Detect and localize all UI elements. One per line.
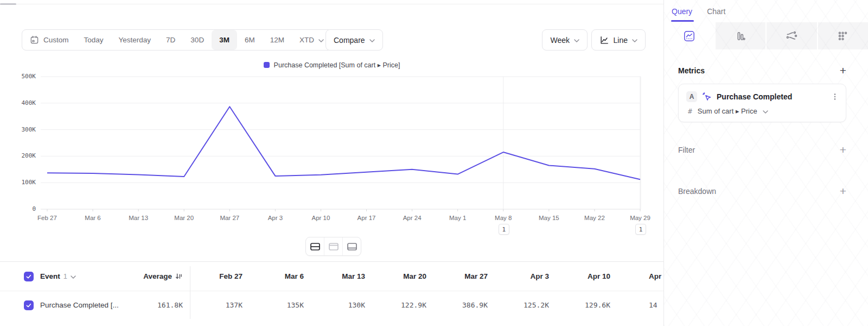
x-axis-tick: Apr 17	[345, 214, 388, 222]
select-all-checkbox[interactable]	[24, 272, 34, 281]
series-name: Purchase Completed [...	[40, 301, 140, 309]
average-label: Average	[143, 272, 172, 280]
granularity-label: Week	[550, 36, 570, 45]
average-column-header[interactable]: Average	[140, 272, 183, 280]
add-filter-button[interactable]: +	[840, 145, 846, 155]
tab-query[interactable]: Query	[672, 7, 692, 16]
date-column-header: Mar 27	[426, 272, 488, 280]
range-6m[interactable]: 6M	[237, 30, 263, 50]
chart-type-retention-icon[interactable]	[818, 22, 868, 49]
compare-button[interactable]: Compare	[326, 29, 383, 51]
cell-value: 137K	[183, 301, 242, 309]
metric-card[interactable]: A Purchase Completed # Sum of cart ▸ Pri…	[678, 84, 846, 122]
range-12m[interactable]: 12M	[263, 30, 292, 50]
chevron-down-icon	[71, 275, 76, 279]
add-metric-button[interactable]: +	[840, 65, 846, 76]
line-chart-icon	[599, 35, 609, 45]
x-axis-tick: Mar 13	[117, 214, 160, 222]
row-checkbox[interactable]	[24, 300, 34, 310]
range-today[interactable]: Today	[76, 30, 111, 50]
cell-value: 386.9K	[426, 301, 488, 309]
sidebar-tabs: Query Chart	[664, 0, 868, 22]
range-custom[interactable]: Custom	[22, 30, 76, 50]
y-axis-tick: 300K	[8, 126, 36, 134]
y-axis-tick: 500K	[8, 73, 36, 80]
x-axis-tick: May 15	[527, 214, 571, 222]
number-property-icon: #	[688, 107, 692, 115]
cell-value: 14	[610, 301, 672, 309]
range-30d[interactable]: 30D	[183, 30, 212, 50]
breakdown-title: Breakdown	[678, 187, 716, 196]
date-range-group: CustomTodayYesterday7D30D3M6M12MXTD	[22, 29, 332, 51]
date-column-header: Mar 13	[304, 272, 365, 280]
layout-toggle	[305, 237, 361, 256]
event-cursor-icon	[702, 92, 712, 102]
annotation-badge[interactable]: 1	[499, 224, 509, 235]
chart-type-button[interactable]: Line	[591, 29, 646, 51]
x-axis-tick: Mar 20	[162, 214, 206, 222]
top-divider	[0, 4, 663, 4]
calendar-icon	[30, 35, 39, 45]
date-column-header: Apr 3	[488, 272, 549, 280]
legend-swatch	[264, 62, 270, 68]
x-axis-tick: May 22	[573, 214, 616, 222]
metrics-title: Metrics	[678, 66, 705, 75]
active-tab-underline	[671, 20, 694, 22]
chevron-down-icon	[318, 39, 324, 42]
filter-section: Filter +	[678, 145, 846, 155]
sort-descending-icon	[175, 272, 183, 280]
event-dropdown[interactable]: Event 1	[40, 272, 140, 280]
x-axis-tick: May 29	[618, 214, 662, 222]
line-series[interactable]	[47, 106, 640, 179]
line-chart: 0100K200K300K400K500KFeb 27Mar 6Mar 13Ma…	[0, 71, 663, 239]
granularity-button[interactable]: Week	[542, 29, 588, 51]
chevron-down-icon	[369, 39, 375, 42]
chart-type-bar-icon[interactable]	[716, 22, 766, 49]
range-yesterday[interactable]: Yesterday	[111, 30, 159, 50]
compare-label: Compare	[334, 36, 365, 45]
date-column-header: Feb 27	[183, 272, 242, 280]
tab-chart[interactable]: Chart	[707, 7, 725, 16]
chart-type-insights-icon[interactable]	[664, 22, 714, 49]
results-table: Event 1 Average Feb 27Mar 6Mar 13Mar 20M…	[0, 261, 663, 326]
scroll-indicator	[0, 3, 16, 5]
chart-legend[interactable]: Purchase Completed [Sum of cart ▸ Price]	[0, 61, 663, 69]
sidebar-body: Metrics + A Purchase Completed # Sum of …	[664, 65, 868, 197]
metric-name: Purchase Completed	[717, 92, 826, 101]
x-axis-tick: Mar 6	[71, 214, 114, 222]
chevron-down-icon	[574, 39, 579, 42]
range-3m[interactable]: 3M	[212, 30, 237, 50]
annotation-badge[interactable]: 1	[635, 224, 646, 235]
event-count: 1	[63, 272, 67, 280]
chevron-down-icon	[763, 110, 768, 114]
table-header-row: Event 1 Average Feb 27Mar 6Mar 13Mar 20M…	[0, 262, 663, 291]
cell-value: 135K	[242, 301, 304, 309]
date-column-header: Mar 20	[365, 272, 426, 280]
x-axis-tick: Mar 27	[208, 214, 251, 222]
cell-value: 130K	[304, 301, 365, 309]
add-breakdown-button[interactable]: +	[840, 186, 846, 197]
x-axis-tick: Apr 10	[299, 214, 342, 222]
query-sidebar: Query Chart Metrics + A Purchase Complet…	[663, 0, 868, 326]
average-value: 161.8K	[140, 301, 183, 309]
metric-property-dropdown[interactable]: # Sum of cart ▸ Price	[686, 107, 839, 115]
report-main: CustomTodayYesterday7D30D3M6M12MXTD Comp…	[0, 0, 663, 326]
breakdown-section: Breakdown +	[678, 186, 846, 197]
chart-type-switcher	[664, 22, 868, 49]
y-axis-tick: 0	[8, 205, 36, 213]
y-axis-tick: 400K	[8, 99, 36, 107]
split-view-button[interactable]	[306, 237, 324, 255]
chart-type-flow-icon[interactable]	[767, 22, 817, 49]
analytics-app: CustomTodayYesterday7D30D3M6M12MXTD Comp…	[0, 0, 868, 326]
table-view-button[interactable]	[342, 237, 361, 255]
metrics-section: Metrics + A Purchase Completed # Sum of …	[678, 65, 846, 122]
y-axis-tick: 100K	[8, 179, 36, 186]
kebab-menu-icon[interactable]	[831, 92, 839, 101]
date-column-header: Apr 17	[610, 272, 672, 280]
cell-value: 129.6K	[549, 301, 610, 309]
x-axis-tick: Feb 27	[25, 214, 69, 222]
event-label: Event	[40, 272, 60, 280]
chart-view-button[interactable]	[324, 237, 342, 255]
date-values: 137K135K130K122.9K386.9K125.2K129.6K14	[183, 301, 672, 309]
range-7d[interactable]: 7D	[158, 30, 183, 50]
